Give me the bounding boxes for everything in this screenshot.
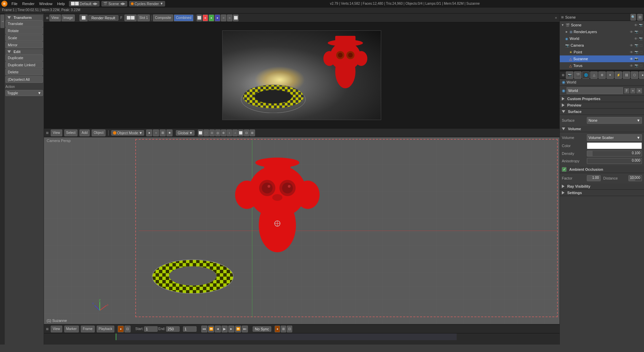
duplicate-linked-button[interactable]: Duplicate Linked <box>5 62 43 68</box>
ao-dist-slider[interactable]: 10.000 <box>628 175 642 181</box>
outliner-renderlayers-item[interactable]: ► ⊞ RenderLayers 👁 📷 ⬚ <box>560 28 644 35</box>
material-props-btn[interactable]: ● <box>639 71 644 79</box>
world-name-input[interactable] <box>567 87 623 94</box>
render-extra7[interactable]: ⬜ <box>233 15 238 21</box>
render-slot-btn[interactable]: ⬜⬜ <box>124 15 137 21</box>
world-eye[interactable]: 👁 <box>634 37 638 41</box>
volume-dropdown[interactable]: Volume Scatter ▼ <box>587 134 642 141</box>
vp-extra4[interactable]: ◎ <box>215 130 221 136</box>
mirror-button[interactable]: Mirror <box>5 42 43 48</box>
tl-start-input[interactable]: 1 <box>144 326 158 332</box>
constraint-props-btn[interactable]: ⛓ <box>623 71 630 79</box>
tl-extra3[interactable]: ⊡ <box>287 326 292 332</box>
rl-cam[interactable]: 📷 <box>635 30 638 33</box>
vp-extra1[interactable]: ⬜ <box>198 130 203 136</box>
render-mode-btn[interactable]: ⬜ <box>79 15 88 21</box>
point-eye[interactable]: 👁 <box>630 50 633 54</box>
duplicate-button[interactable]: Duplicate <box>5 54 43 61</box>
world-props-btn[interactable]: 🌐 <box>582 71 590 79</box>
vp-extra10[interactable]: ⊞ <box>250 130 255 136</box>
color-swatch[interactable] <box>587 142 642 149</box>
vp-extra5[interactable]: ⊛ <box>221 130 226 136</box>
camera-extra[interactable]: ⬚ <box>640 44 643 47</box>
view-solid-btn[interactable]: ● <box>146 130 152 136</box>
view-wire-btn[interactable]: ○ <box>153 130 159 136</box>
tab-tools[interactable]: T <box>0 15 4 28</box>
tl-prev-frame[interactable]: ⏪ <box>208 326 214 332</box>
render-view-btn[interactable]: View <box>49 15 61 21</box>
tl-end-input[interactable]: 250 <box>166 326 180 332</box>
vp-extra8[interactable]: ⬜ <box>238 130 244 136</box>
menu-help[interactable]: Help <box>55 1 67 6</box>
world-f-btn[interactable]: F <box>624 88 629 93</box>
torus-eye[interactable]: 👁 <box>630 64 633 68</box>
surface-dropdown[interactable]: None ▼ <box>587 117 642 124</box>
outliner-scene-item[interactable]: ▼ 🎬 Scene 👁 📷 <box>560 22 644 28</box>
point-render[interactable]: 📷 <box>635 50 638 54</box>
outliner-point-item[interactable]: ☀ Point 👁 📷 ⬚ <box>560 49 644 55</box>
render-image-btn[interactable]: Image <box>62 15 75 21</box>
suzanne-eye[interactable]: 👁 <box>630 57 633 61</box>
scene-props-btn[interactable]: 🎬 <box>574 71 581 79</box>
ao-checkbox[interactable]: ✓ <box>562 167 567 172</box>
render-extra3[interactable]: ● <box>209 15 214 21</box>
engine-name[interactable]: Cycles Render <box>135 2 159 6</box>
edit-section-header[interactable]: Edit <box>5 49 43 54</box>
outliner-world-item[interactable]: ◉ World 👁 📷 <box>560 35 644 42</box>
outliner-filter-btn[interactable]: ⊟ <box>637 14 643 21</box>
viewport-add-btn[interactable]: Add <box>79 130 90 136</box>
tl-frame-btn[interactable]: Frame <box>81 326 95 332</box>
torus-extra[interactable]: ⬚ <box>640 64 643 67</box>
tl-marker-btn[interactable]: Marker <box>64 326 79 332</box>
outliner-search-btn[interactable]: 🔍 <box>630 14 636 21</box>
particle-props-btn[interactable]: ✦ <box>606 71 614 79</box>
render-extra1[interactable]: ⬜ <box>197 15 202 21</box>
render-canvas[interactable] <box>44 22 559 128</box>
render-composite-btn[interactable]: Composite <box>153 15 173 21</box>
outliner-suzanne-item[interactable]: △ Suzanne 👁 📷 ⬚ <box>560 55 644 62</box>
deselect-all-button[interactable]: (De)select All <box>5 76 43 83</box>
timeline-ruler[interactable]: -50 -40 -30 -20 -10 0 10 20 30 40 50 60 … <box>44 333 559 340</box>
render-combined-btn[interactable]: Combined <box>174 15 193 21</box>
vp-extra3[interactable]: ⊙ <box>209 130 215 136</box>
tl-jump-start[interactable]: ⏮ <box>201 326 207 332</box>
global-selector[interactable]: Global ▼ <box>176 130 194 136</box>
outliner-camera-item[interactable]: 📷 Camera 👁 📷 ⬚ <box>560 42 644 49</box>
menu-render[interactable]: Render <box>20 1 37 6</box>
translate-button[interactable]: Translate <box>5 20 43 27</box>
tl-playback-btn[interactable]: Playback <box>97 326 115 332</box>
render-extra2[interactable]: ● <box>203 15 208 21</box>
suzanne-render[interactable]: 📷 <box>635 57 638 61</box>
render-extra4[interactable]: ● <box>215 15 220 21</box>
suzanne-extra[interactable]: ⬚ <box>640 57 643 61</box>
scene-eye-icon[interactable]: 👁 <box>634 23 638 27</box>
world-x-btn[interactable]: ✕ <box>637 88 642 93</box>
tl-current-frame[interactable]: 1 <box>183 326 197 332</box>
viewport-view-btn[interactable]: View <box>51 130 62 136</box>
data-props-btn[interactable]: ⬡ <box>631 71 638 79</box>
camera-render-icon[interactable]: 📷 <box>635 44 638 47</box>
render-extra5[interactable]: ○ <box>221 15 226 21</box>
ao-factor-slider[interactable]: 1.00 <box>587 175 601 181</box>
anisotropy-slider[interactable]: 0.000 <box>587 158 642 164</box>
transform-section-header[interactable]: Transform <box>5 15 43 20</box>
tl-next-frame[interactable]: ⏩ <box>235 326 241 332</box>
viewport-object-btn[interactable]: Object <box>92 130 106 136</box>
volume-header[interactable]: Volume <box>560 126 644 132</box>
tl-sync-selector[interactable]: No Sync <box>253 326 272 332</box>
torus-render[interactable]: 📷 <box>635 64 638 67</box>
vp-extra9[interactable]: ⊡ <box>244 130 249 136</box>
ao-header[interactable]: ✓ Ambient Occlusion <box>560 166 644 173</box>
viewport-select-btn[interactable]: Select <box>64 130 78 136</box>
delete-button[interactable]: Delete <box>5 69 43 75</box>
outliner-torus-item[interactable]: △ Torus 👁 📷 ⬚ <box>560 62 644 69</box>
scale-button[interactable]: Scale <box>5 34 43 41</box>
tl-play-btn[interactable]: ▶ <box>222 326 228 332</box>
viewport-canvas[interactable]: Camera Persp <box>44 137 559 324</box>
rotate-button[interactable]: Rotate <box>5 27 43 34</box>
object-mode-selector[interactable]: Object Mode ▼ <box>111 130 144 136</box>
tl-active-btn[interactable]: ⊡ <box>124 326 131 332</box>
physics-props-btn[interactable]: ⚡ <box>615 71 622 79</box>
ray-visibility-header[interactable]: Ray Visibility <box>560 183 644 190</box>
scene-cam-icon[interactable]: 📷 <box>639 23 643 27</box>
